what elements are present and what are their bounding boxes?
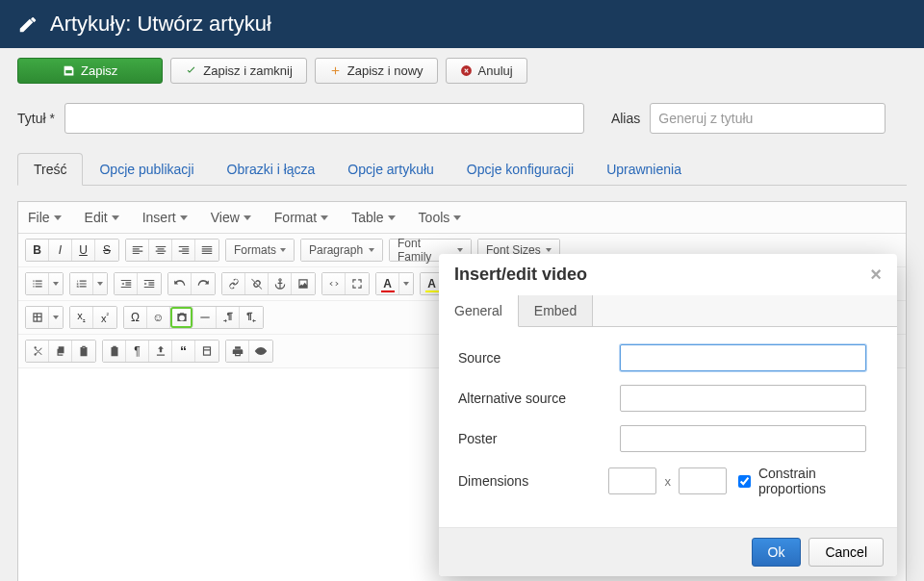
poster-input[interactable]: [620, 425, 866, 452]
tab-permissions[interactable]: Uprawnienia: [590, 153, 698, 186]
table-button[interactable]: [26, 307, 49, 328]
formats-dropdown[interactable]: Formats: [226, 240, 294, 261]
modal-close-button[interactable]: ×: [870, 264, 882, 286]
save-button[interactable]: Zapisz: [17, 58, 163, 84]
content-tabs: Treść Opcje publikacji Obrazki i łącza O…: [17, 153, 907, 186]
bullet-list-caret[interactable]: [49, 273, 63, 294]
tab-publishing[interactable]: Opcje publikacji: [83, 153, 210, 186]
unlink-button[interactable]: [245, 273, 269, 294]
page-title: Artykuły: Utwórz artykuł: [50, 12, 271, 37]
tab-content[interactable]: Treść: [17, 153, 83, 186]
editor-menu-edit[interactable]: Edit: [85, 210, 119, 225]
image-button[interactable]: [292, 273, 315, 294]
template-button[interactable]: [195, 341, 218, 362]
editor-menu-file[interactable]: File: [28, 210, 62, 225]
cancel-icon: [460, 64, 473, 77]
link-button[interactable]: [222, 273, 245, 294]
editor-menu-table[interactable]: Table: [351, 210, 395, 225]
fullscreen-button[interactable]: [346, 273, 369, 294]
editor-menu-insert[interactable]: Insert: [142, 210, 188, 225]
source-input[interactable]: [620, 344, 866, 371]
title-label: Tytuł *: [17, 111, 55, 126]
align-center-button[interactable]: [149, 240, 172, 261]
source-code-button[interactable]: [322, 273, 346, 294]
hr-button[interactable]: [193, 307, 217, 328]
paste-text-button[interactable]: [103, 341, 126, 362]
cancel-label: Anuluj: [478, 63, 513, 78]
table-caret[interactable]: [49, 307, 63, 328]
check-icon: [185, 64, 197, 77]
subscript-button[interactable]: x₂: [70, 307, 93, 328]
svg-point-0: [259, 349, 263, 353]
actions-toolbar: Zapisz Zapisz i zamknij Zapisz i nowy An…: [0, 48, 924, 93]
save-new-label: Zapisz i nowy: [347, 63, 424, 78]
paste-button[interactable]: [72, 341, 95, 362]
pencil-icon: [17, 13, 38, 35]
outdent-button[interactable]: [115, 273, 138, 294]
media-button[interactable]: [170, 307, 193, 328]
editor-menu-format[interactable]: Format: [274, 210, 328, 225]
copy-button[interactable]: [49, 341, 72, 362]
rtl-button[interactable]: [240, 307, 263, 328]
alt-source-input[interactable]: [620, 385, 866, 412]
align-left-button[interactable]: [126, 240, 149, 261]
save-label: Zapisz: [81, 63, 117, 78]
ltr-button[interactable]: [217, 307, 240, 328]
save-apply-icon: [63, 64, 75, 77]
width-input[interactable]: [608, 467, 656, 494]
alias-label: Alias: [611, 111, 640, 126]
print-button[interactable]: [226, 341, 249, 362]
cut-button[interactable]: [26, 341, 49, 362]
strikethrough-button[interactable]: S: [95, 240, 118, 261]
upload-button[interactable]: [149, 341, 172, 362]
modal-title: Insert/edit video: [454, 265, 587, 285]
modal-cancel-button[interactable]: Cancel: [808, 538, 884, 567]
blockquote-button[interactable]: “: [172, 341, 195, 362]
insert-video-modal: Insert/edit video × General Embed Source…: [439, 254, 897, 576]
alt-source-label: Alternative source: [458, 391, 612, 406]
cancel-button[interactable]: Anuluj: [446, 58, 527, 84]
show-blocks-button[interactable]: ¶: [126, 341, 149, 362]
text-color-button[interactable]: A: [376, 273, 399, 294]
indent-button[interactable]: [138, 273, 161, 294]
title-input[interactable]: [64, 103, 584, 134]
dimensions-label: Dimensions: [458, 473, 601, 489]
align-right-button[interactable]: [172, 240, 195, 261]
modal-tab-embed[interactable]: Embed: [519, 295, 593, 326]
tab-config-options[interactable]: Opcje konfiguracji: [450, 153, 590, 186]
bullet-list-button[interactable]: [26, 273, 49, 294]
tab-article-options[interactable]: Opcje artykułu: [331, 153, 449, 186]
modal-ok-button[interactable]: Ok: [752, 538, 802, 567]
anchor-button[interactable]: [269, 273, 292, 294]
constrain-label: Constrain proportions: [758, 466, 878, 496]
constrain-checkbox[interactable]: [738, 475, 751, 488]
numbered-list-button[interactable]: [70, 273, 93, 294]
plus-icon: [329, 64, 342, 77]
undo-button[interactable]: [168, 273, 192, 294]
text-color-caret[interactable]: [399, 273, 413, 294]
paragraph-dropdown[interactable]: Paragraph: [301, 240, 382, 261]
save-new-button[interactable]: Zapisz i nowy: [315, 58, 438, 84]
emoticons-button[interactable]: ☺: [147, 307, 170, 328]
page-header: Artykuły: Utwórz artykuł: [0, 0, 924, 48]
alias-input[interactable]: [650, 103, 886, 134]
bold-button[interactable]: B: [26, 240, 49, 261]
editor-menu-view[interactable]: View: [211, 210, 251, 225]
editor-menu-tools[interactable]: Tools: [419, 210, 462, 225]
redo-button[interactable]: [192, 273, 215, 294]
underline-button[interactable]: U: [72, 240, 95, 261]
preview-button[interactable]: [249, 341, 272, 362]
modal-tab-general[interactable]: General: [439, 295, 519, 327]
align-justify-button[interactable]: [195, 240, 218, 261]
numbered-list-caret[interactable]: [93, 273, 107, 294]
height-input[interactable]: [679, 467, 727, 494]
source-label: Source: [458, 350, 612, 366]
save-close-button[interactable]: Zapisz i zamknij: [170, 58, 306, 84]
italic-button[interactable]: I: [49, 240, 72, 261]
dim-separator: x: [664, 474, 671, 489]
poster-label: Poster: [458, 431, 612, 446]
save-close-label: Zapisz i zamknij: [203, 63, 292, 78]
tab-images[interactable]: Obrazki i łącza: [211, 153, 332, 186]
superscript-button[interactable]: x²: [93, 307, 116, 328]
special-char-button[interactable]: Ω: [124, 307, 147, 328]
